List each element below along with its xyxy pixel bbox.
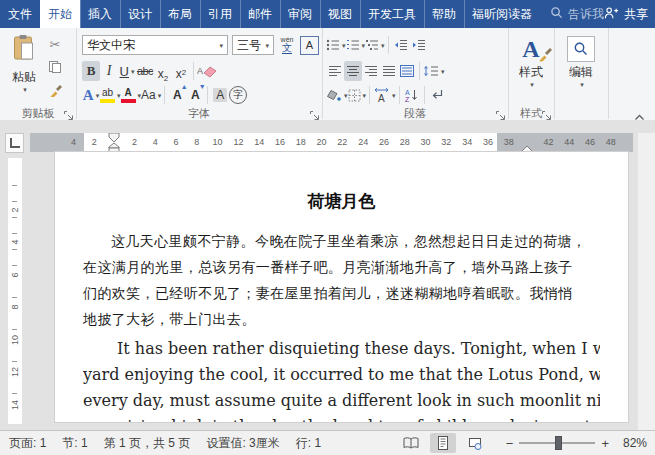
document-page[interactable]: 荷塘月色 这几天心里颇不宁静。今晚在院子里坐着乘凉，忽然想起日日走过的荷塘，在这… [55,152,628,422]
paste-button[interactable]: 粘贴 ▾ [6,34,42,102]
subscript-button[interactable]: x2 [154,61,172,81]
distributed-button[interactable] [398,61,416,81]
paragraph-group-label: 段落 [322,106,508,121]
highlight-button[interactable]: ab ▾ [100,85,121,105]
align-left-button[interactable] [326,61,344,81]
align-center-button[interactable] [344,61,362,81]
copy-button[interactable] [46,57,64,77]
font-name-select[interactable]: 华文中宋▾ [82,35,228,55]
dialog-launcher[interactable] [63,107,74,118]
ruler-number: 12 [228,133,249,152]
tab-list: 文件开始插入设计布局引用邮件审阅视图开发工具帮助福昕阅读器 [0,0,540,28]
cut-button[interactable]: ✂ [46,34,64,54]
eraser-icon: A [197,65,217,78]
vertical-ruler[interactable]: 2468101214 [8,158,22,424]
ribbon-tab[interactable]: 福昕阅读器 [464,0,540,28]
character-scaling-button[interactable]: A ▾ [373,85,396,105]
change-case-button[interactable]: Aa▾ [141,85,161,105]
dialog-launcher[interactable] [309,107,320,118]
strikethrough-button[interactable]: abc [136,61,154,81]
highlight-color-bar [100,99,115,103]
justify-button[interactable] [380,61,398,81]
text-effects-button[interactable]: A▾ [82,85,100,105]
character-shading-button[interactable]: A [211,85,229,105]
horizontal-ruler[interactable]: 42 2468101214161820222426283032343638 42… [30,133,633,152]
ribbon-tab[interactable]: 开始 [40,0,80,28]
ruler-number: 48 [600,133,621,152]
show-marks-button[interactable] [428,85,446,105]
view-read-mode-button[interactable] [398,433,424,453]
borders-button[interactable]: ▾ [348,85,367,105]
status-setting[interactable]: 设置值: 3厘米 [206,435,279,452]
editing-button[interactable]: 编辑 ▾ [554,36,608,88]
dialog-launcher[interactable] [495,107,506,118]
italic-button[interactable]: I [100,61,118,81]
zoom-out-button[interactable]: − [506,436,514,451]
tell-me-box[interactable]: 告诉我 [550,0,604,28]
ruler-number: 46 [580,133,601,152]
char-scaling-icon: A [373,87,390,103]
format-painter-button[interactable] [46,80,64,100]
ribbon-tab[interactable]: 开发工具 [360,0,424,28]
font-size-select[interactable]: 三号▾ [232,35,274,55]
ribbon-tab[interactable]: 审阅 [280,0,320,28]
status-page-count[interactable]: 第 1 页，共 5 页 [104,435,191,452]
clear-formatting-button[interactable]: A [197,61,217,81]
styles-group: A 样式 ▾ 样式 [508,28,555,119]
character-border-button[interactable]: A [300,35,319,55]
zoom-in-button[interactable]: + [601,436,609,451]
decrease-indent-button[interactable] [392,35,410,55]
view-print-layout-button[interactable] [430,433,456,453]
indent-icon [412,39,426,51]
sort-button[interactable]: AZ [403,85,421,105]
phonetic-guide-button[interactable]: wén 文 [278,35,296,55]
superscript-button[interactable]: x2 [172,61,190,81]
bullets-button[interactable]: ▾ [326,35,346,55]
ruler-number: 44 [559,133,580,152]
multilevel-list-button[interactable]: ▾ [365,35,385,55]
align-right-button[interactable] [362,61,380,81]
status-page[interactable]: 页面: 1 [9,435,46,452]
status-line[interactable]: 行: 1 [296,435,321,452]
ribbon-tab[interactable]: 帮助 [424,0,464,28]
ribbon-tab[interactable]: 布局 [160,0,200,28]
zoom-slider-thumb[interactable] [555,436,562,450]
view-web-layout-button[interactable] [462,433,488,453]
shrink-font-button[interactable]: A▼ [186,85,204,105]
ribbon-tab[interactable]: 插入 [80,0,120,28]
ruler-number: 14 [249,133,270,152]
svg-text:Z: Z [405,96,410,103]
ribbon-tab[interactable]: 邮件 [240,0,280,28]
styles-button[interactable]: A 样式 ▾ [508,36,554,88]
dropdown-caret: ▾ [158,92,162,99]
underline-button[interactable]: U▾ [118,61,136,81]
ribbon-tab[interactable]: 引用 [200,0,240,28]
grow-font-button[interactable]: A▲ [168,85,186,105]
tab-selector[interactable] [5,133,24,153]
editing-group: 编辑 ▾ [554,28,609,119]
bold-button[interactable]: B [82,61,100,81]
zoom-slider[interactable] [519,442,595,444]
ribbon-tab[interactable]: 文件 [0,0,40,28]
shading-button[interactable]: ▾ [326,85,348,105]
status-section[interactable]: 节: 1 [62,435,87,452]
ruler-number: 20 [311,133,332,152]
vertical-scrollbar[interactable] [637,133,655,430]
dropdown-caret: ▾ [530,81,534,88]
clipboard-group: 粘贴 ▾ ✂ 剪贴板 [0,28,77,119]
share-label: 共享 [624,6,648,23]
line-spacing-button[interactable]: ▾ [423,61,445,81]
numbering-button[interactable]: ▾ [346,35,366,55]
increase-indent-button[interactable] [410,35,428,55]
dialog-launcher[interactable] [541,107,552,118]
enclose-characters-button[interactable]: 字 [229,85,247,105]
print-layout-icon [437,436,449,450]
ribbon-tab[interactable]: 视图 [320,0,360,28]
font-color-button[interactable]: A ▾ [121,85,142,105]
distributed-icon [400,65,414,77]
ribbon-tab[interactable]: 设计 [120,0,160,28]
share-button[interactable]: 共享 [604,0,655,28]
search-icon [550,6,563,22]
ruler-number: 22 [332,133,353,152]
zoom-level[interactable]: 82% [615,436,647,450]
